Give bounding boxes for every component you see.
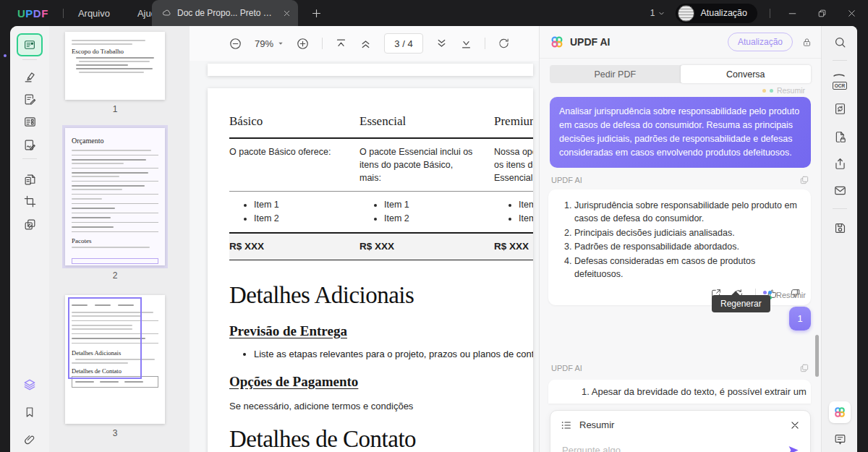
price-cell: R$ XXX [494,234,533,260]
decor-line [72,43,132,45]
page-reference-badge[interactable]: 1 [789,307,811,331]
first-page-icon[interactable] [335,38,347,50]
window-count-dropdown[interactable]: 1 [650,8,665,18]
minimize-button[interactable] [783,4,801,22]
left-tool-rail [10,26,50,452]
form-field-icon[interactable] [18,111,41,132]
thumb-heading: Escopo do Trabalho [72,48,158,55]
send-icon[interactable] [786,443,800,452]
search-icon[interactable] [829,31,851,53]
ai-response-item: Padrões de responsabilidade abordados. [574,241,801,254]
faded-action-label: Resumir [777,86,805,95]
tab-close-icon[interactable] [283,9,291,17]
right-tool-rail: OCR [821,26,857,452]
menu-arquivo[interactable]: Arquivo [78,8,110,19]
regenerate-tooltip: Regenerar [712,295,770,312]
table-header-cell: Essencial [359,114,494,139]
thumb-heading: Pacotes [72,237,158,244]
next-page-icon[interactable] [435,38,448,50]
new-tab-button[interactable] [308,5,324,21]
decor-line [72,247,150,248]
lock-icon[interactable] [801,37,812,48]
decor-table-row [72,195,158,204]
organize-pages-icon[interactable] [18,169,41,190]
account-label: Atualização [700,8,747,18]
decor-table-row [72,204,158,213]
window-frame-strip [0,26,10,452]
doc-heading-additional-details: Detalhes Adicionais [229,282,533,309]
layers-icon[interactable] [18,374,41,396]
table-cell: Nossa opção Premium inclui os itens do p… [494,139,533,192]
table-header-cell: Básico [229,114,359,139]
ai-sender-label: UPDF AI [551,364,582,372]
logo-letter: P [25,7,33,20]
doc-subheading-delivery: Previsão de Entrega [229,323,533,339]
share-icon[interactable] [829,153,851,174]
rail-divider [833,208,847,209]
ai-sender-row: UPDF AI [551,363,809,373]
updf-ai-shortcut-icon[interactable] [829,401,851,423]
chat-gap [540,305,821,363]
page-thumbnail-2[interactable]: Orçamento Pacotes [65,128,165,265]
avatar [678,5,694,22]
close-mode-icon[interactable] [790,420,800,430]
ai-upgrade-button[interactable]: Atualização [728,33,793,51]
ai-mode-tabs: Pedir PDF Conversa [550,65,811,83]
ask-input[interactable] [561,444,786,452]
price-cell: R$ XXX [359,234,494,260]
page-thumbnail-1[interactable]: Escopo do Trabalho [65,32,165,100]
ai-response-item: Jurisprudência sobre responsabilidade pe… [574,200,801,226]
account-button[interactable]: Atualização [676,4,757,23]
stamp-icon[interactable] [18,213,41,235]
decor-line [76,57,154,59]
titlebar-divider [770,9,770,18]
thumb-heading: Orçamento [72,137,158,145]
annotate-icon[interactable] [18,88,41,110]
zoom-in-icon[interactable] [296,37,310,51]
zoom-level-dropdown[interactable]: 79% [255,38,284,49]
crop-icon[interactable] [18,190,41,212]
page-number-input[interactable]: 3 / 4 [384,33,423,54]
zoom-out-icon[interactable] [229,37,242,51]
price-cell: R$ XXX [229,234,359,260]
chat-scrollbar[interactable] [815,335,819,377]
ocr-label: OCR [833,82,847,90]
previous-page-icon[interactable] [359,38,372,50]
signature-icon[interactable] [18,134,41,155]
close-window-button[interactable] [842,4,861,22]
doc-note: Se necessário, adicione termos e condiçõ… [229,401,533,412]
copy-icon[interactable] [799,363,809,373]
thumbnail-number: 1 [65,104,165,114]
decor-form-field [72,258,158,264]
rail-divider [833,60,847,61]
faded-quick-action: Resumir [540,85,805,95]
mail-icon[interactable] [829,179,851,201]
copy-icon[interactable] [799,175,809,185]
attachment-icon[interactable] [18,429,41,451]
summary-list-icon [561,419,572,431]
table-cell: O pacote Essencial inclui os itens do pa… [359,139,494,192]
doc-bullet: Liste as etapas relevantes para o projet… [254,349,533,359]
reader-mode-icon[interactable] [17,33,43,56]
document-tab[interactable]: Doc de Propo... Preto Cinza [152,0,298,26]
ai-response-list: Jurisprudência sobre responsabilidade pe… [556,200,801,281]
tab-pedir-pdf[interactable]: Pedir PDF [550,65,681,83]
viewport-indicator[interactable] [68,297,142,379]
last-page-icon[interactable] [460,38,472,50]
restore-button[interactable] [812,4,831,22]
protect-icon[interactable] [829,126,851,148]
tab-conversa[interactable]: Conversa [681,65,812,83]
page-thumbnail-3[interactable]: Detalhes Adicionais Detalhes de Contato [65,295,165,424]
ocr-icon[interactable]: OCR [829,71,851,93]
pdf-viewer: 79% 3 / 4 [190,26,539,452]
save-icon[interactable] [829,217,851,239]
tab-title: Doc de Propo... Preto Cinza [177,8,277,18]
thumbnail-number: 2 [65,270,165,281]
bookmark-icon[interactable] [18,401,41,423]
highlighter-icon[interactable] [18,66,41,88]
doc-heading-contact: Detalhes de Contato [229,426,533,452]
convert-icon[interactable] [829,98,851,119]
quick-action-label: Resumir [776,291,806,299]
rotate-icon[interactable] [498,38,510,50]
comment-icon[interactable] [829,428,851,450]
